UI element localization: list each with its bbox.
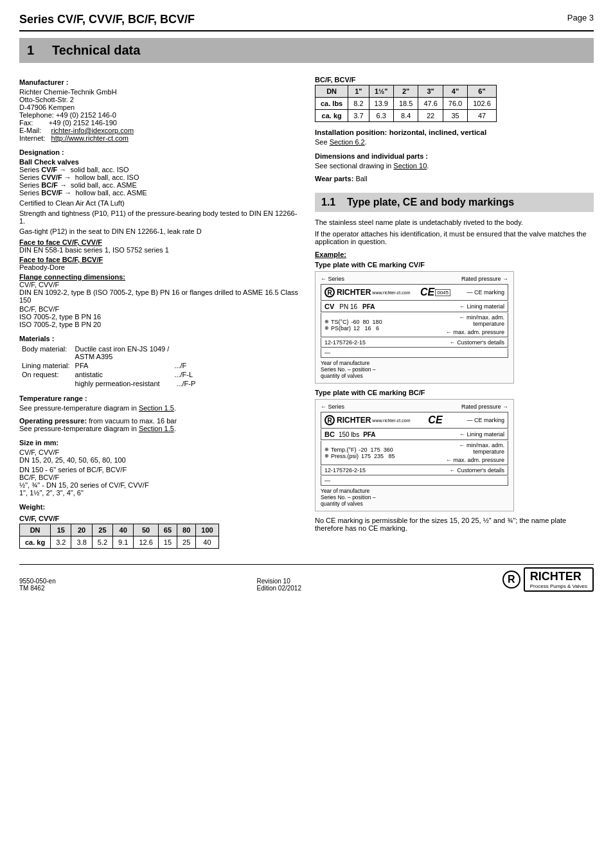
bcf-model: BC — [324, 430, 335, 438]
operating-link[interactable]: Section 1.5 — [139, 425, 174, 432]
footer-doc-number: 9550-050-en — [19, 578, 56, 585]
bcf-richter-logo: R RICHTER www.richter-ct.com — [324, 415, 410, 425]
bcf-lbs-v4: 47.6 — [418, 98, 443, 110]
body-value: Ductile cast iron EN-JS 1049 /ASTM A395 — [73, 344, 172, 361]
section1-1-number: 1.1 — [321, 197, 335, 208]
bcf-kg-v2: 6.3 — [369, 110, 393, 122]
bcf-lbs-v6: 102.6 — [468, 98, 497, 110]
manufacturer-fax: Fax: +49 (0) 2152 146-190 — [19, 119, 302, 127]
installation-section: Installation position: horizontal, incli… — [315, 128, 594, 146]
installation-text: See Section 6.2. — [315, 138, 594, 146]
temperature-link[interactable]: Section 1.5 — [139, 404, 174, 412]
operating-text2: See pressure-temperature diagram in Sect… — [19, 425, 302, 432]
bcf-weight-table: DN 1" 1½" 2" 3" 4" 6" ca. lbs 8.2 13.9 1… — [315, 85, 497, 122]
designation-bcf: Series BC/F → solid ball, acc. ASME — [19, 181, 302, 189]
size-heading: Size in mm: — [19, 439, 302, 447]
designation-bcvf: Series BCV/F → hollow ball, acc. ASME — [19, 189, 302, 197]
wear-heading: Wear parts: — [315, 175, 353, 182]
document-title: Series CV/F, CVV/F, BC/F, BCV/F — [19, 13, 195, 26]
cvf-row1-v3: 5.2 — [92, 536, 112, 549]
bcf-lbs-label: ca. lbs — [315, 98, 348, 110]
typeplate-intro: The stainless steel name plate is undeta… — [315, 218, 594, 226]
size-bcf-label2: BC/F, BCV/F — [19, 474, 302, 481]
operating-heading: Operating pressure: from vacuum to max. … — [19, 417, 302, 425]
footer-r-badge: R — [502, 571, 520, 589]
designation-flange-cvf-value: DIN EN 1092-2, type B (ISO 7005-2, type … — [19, 288, 302, 304]
designation-face2-value: Peabody-Dore — [19, 263, 302, 271]
designation-flange-bcf: BC/F, BCV/F — [19, 305, 302, 313]
on-request-s2: .../F-P — [172, 379, 198, 388]
cvf-table-header-15: 15 — [51, 524, 71, 536]
manufacturer-internet: Internet: http://www.richter-ct.com — [19, 134, 302, 142]
cvf-weight-label: CV/F, CVV/F — [19, 515, 302, 522]
cvf-table-header-25: 25 — [92, 524, 112, 536]
internet-link[interactable]: http://www.richter-ct.com — [51, 134, 129, 142]
cvf-row1-v7: 25 — [177, 536, 196, 549]
cvf-table-header-65: 65 — [158, 524, 177, 536]
footer-logo: R RICHTER Process Pumps & Valves — [502, 567, 594, 592]
cvf-row1-v8: 40 — [196, 536, 218, 549]
cvf-material: PFA — [362, 303, 375, 310]
size-cvf-value: DN 15, 20, 25, 40, 50, 65, 80, 100 — [19, 456, 302, 464]
bcf-kg-v6: 47 — [468, 110, 497, 122]
designation-flange-cvf: CV/F, CVV/F — [19, 281, 302, 288]
section1-header: 1 Technical data — [19, 38, 594, 63]
bcf-kg-v1: 3.7 — [348, 110, 369, 122]
weight-section: Weight: CV/F, CVV/F DN 15 20 25 40 50 65… — [19, 503, 302, 549]
manufacturer-email: E-Mail: richter-info@idexcorp.com — [19, 127, 302, 134]
bcf-kg-v4: 22 — [418, 110, 443, 122]
on-request-label: On request: — [19, 370, 73, 379]
page-footer: 9550-050-en TM 8462 Revision 10 Edition … — [19, 564, 594, 592]
no-ce-text: No CE marking is permissible for the siz… — [315, 517, 594, 532]
designation-flange-bcf-v1: ISO 7005-2, type B PN 16 — [19, 313, 302, 321]
installation-link[interactable]: Section 6.2 — [330, 138, 365, 146]
bcf-header-1half: 1½" — [369, 85, 393, 98]
on-request-s1: .../F-L — [172, 370, 198, 379]
footer-richter-sub: Process Pumps & Valves — [530, 583, 587, 589]
installation-heading: Installation position: horizontal, incli… — [315, 128, 594, 136]
section1-1-title: Type plate, CE and body markings — [347, 197, 514, 208]
designation-gastight: Gas-tight (P12) in the seat to DIN EN 12… — [19, 227, 302, 235]
cvf-table-header-80: 80 — [177, 524, 196, 536]
bcf-material: PFA — [363, 431, 375, 438]
designation-face1-value: DIN EN 558-1 basic series 1, ISO 5752 se… — [19, 246, 302, 254]
bcf-lbs-v1: 8.2 — [348, 98, 369, 110]
lining-value: PFA — [73, 361, 172, 370]
cvf-model: CV — [324, 303, 334, 310]
temperature-text: See pressure-temperature diagram in Sect… — [19, 404, 302, 412]
cvf-serial: 12-175726-2-15 — [324, 339, 366, 346]
manufacturer-line3: D-47906 Kempen — [19, 103, 302, 111]
bcf-header-dn: DN — [315, 85, 348, 98]
bcf-rated-pressure-arrow-label: Rated pressure → — [461, 403, 508, 410]
designation-heading: Designation : — [19, 148, 302, 156]
bcf-header-6: 6" — [468, 85, 497, 98]
cvf-row1-label: ca. kg — [20, 536, 51, 549]
manufacturer-line1: Richter Chemie-Technik GmbH — [19, 88, 302, 96]
bcf-lbs-val: 150 lbs — [339, 431, 359, 438]
bcf-header-1: 1" — [348, 85, 369, 98]
designation-subtitle: Ball Check valves — [19, 158, 302, 166]
cvf-plate-diagram: ← Series Rated pressure → R RICHTER www.… — [315, 271, 514, 384]
email-link[interactable]: richter-info@idexcorp.com — [51, 127, 134, 134]
lining-suffix: .../F — [172, 361, 198, 370]
dimensions-link[interactable]: Section 10 — [393, 162, 427, 170]
bcf-header-4: 4" — [443, 85, 467, 98]
footer-tm: TM 8462 — [19, 585, 56, 592]
materials-heading: Materials : — [19, 335, 302, 342]
cvf-table-header-dn: DN — [20, 524, 51, 536]
lining-label: Lining material: — [19, 361, 73, 370]
designation-cvf: Series CV/F → solid ball, acc. ISO — [19, 166, 302, 173]
cvf-richter-logo: R RICHTER www.richter-ct.com — [324, 287, 410, 297]
designation-section: Designation : Ball Check valves Series C… — [19, 148, 302, 328]
dimensions-heading: Dimensions and individual parts : — [315, 152, 594, 160]
wear-section: Wear parts: Ball — [315, 175, 594, 182]
cvf-row1-v5: 12.6 — [134, 536, 158, 549]
size-cvf-label: CV/F, CVV/F — [19, 448, 302, 456]
temperature-heading: Temperature range : — [19, 394, 302, 402]
cvf-row1-v1: 3.2 — [51, 536, 71, 549]
cvf-row1-v4: 9.1 — [113, 536, 134, 549]
bcf-series-arrow-label: ← Series — [321, 403, 344, 410]
bcf-kg-v5: 35 — [443, 110, 467, 122]
footer-center: Revision 10 Edition 02/2012 — [256, 578, 301, 592]
designation-flange-label: Flange connecting dimensions: — [19, 273, 302, 281]
